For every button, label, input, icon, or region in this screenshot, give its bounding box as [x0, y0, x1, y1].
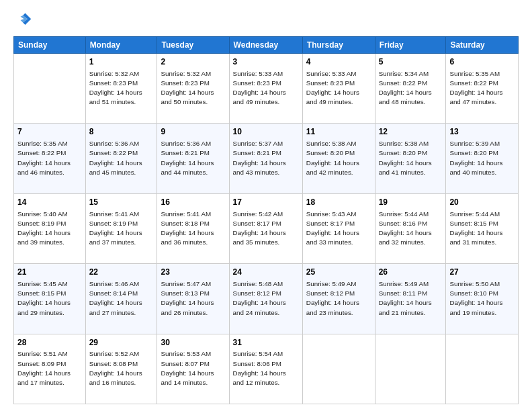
day-number: 1 [89, 56, 154, 68]
day-number: 7 [17, 126, 82, 138]
day-info: Sunrise: 5:36 AMSunset: 8:21 PMDaylight:… [161, 139, 225, 177]
day-number: 17 [233, 197, 299, 208]
day-info-line: Sunset: 8:23 PM [89, 79, 138, 87]
day-info: Sunrise: 5:32 AMSunset: 8:23 PMDaylight:… [89, 69, 154, 107]
day-info: Sunrise: 5:39 AMSunset: 8:20 PMDaylight:… [449, 139, 515, 177]
day-number: 26 [379, 267, 443, 278]
day-info-line: and 39 minutes. [17, 238, 64, 246]
calendar-cell: 30Sunrise: 5:53 AMSunset: 8:07 PMDayligh… [157, 334, 229, 404]
week-row-5: 28Sunrise: 5:51 AMSunset: 8:09 PMDayligh… [14, 334, 519, 404]
day-info-line: and 24 minutes. [233, 309, 280, 316]
day-info: Sunrise: 5:44 AMSunset: 8:15 PMDaylight:… [449, 210, 515, 248]
day-info-line: Sunset: 8:21 PM [161, 149, 209, 156]
calendar-cell: 1Sunrise: 5:32 AMSunset: 8:23 PMDaylight… [85, 54, 157, 124]
day-info: Sunrise: 5:48 AMSunset: 8:12 PMDaylight:… [233, 279, 299, 318]
calendar-cell: 3Sunrise: 5:33 AMSunset: 8:23 PMDaylight… [229, 54, 302, 124]
day-info-line: Sunrise: 5:32 AM [161, 70, 211, 77]
day-number: 24 [233, 267, 299, 278]
day-info-line: Sunset: 8:23 PM [161, 79, 209, 87]
day-info-line: Sunrise: 5:54 AM [233, 350, 283, 357]
day-info: Sunrise: 5:37 AMSunset: 8:21 PMDaylight:… [233, 139, 299, 177]
day-info-line: Sunset: 8:17 PM [233, 220, 281, 227]
day-info-line: Sunset: 8:18 PM [161, 220, 209, 227]
day-info-line: and 26 minutes. [161, 309, 208, 316]
day-info-line: Sunset: 8:20 PM [306, 149, 355, 156]
day-number: 29 [89, 337, 154, 349]
day-info-line: Daylight: 14 hours [233, 229, 286, 236]
day-info-line: Sunset: 8:08 PM [89, 360, 138, 367]
calendar-cell: 23Sunrise: 5:47 AMSunset: 8:13 PMDayligh… [157, 264, 229, 334]
day-info: Sunrise: 5:53 AMSunset: 8:07 PMDaylight:… [161, 349, 225, 387]
day-info-line: and 21 minutes. [379, 309, 426, 316]
day-info: Sunrise: 5:45 AMSunset: 8:15 PMDaylight:… [17, 279, 82, 318]
day-info-line: Sunset: 8:21 PM [233, 149, 281, 156]
day-info-line: Sunrise: 5:37 AM [233, 140, 283, 147]
day-info-line: and 19 minutes. [449, 309, 496, 316]
day-info-line: Daylight: 14 hours [161, 159, 214, 167]
day-info-line: Sunrise: 5:44 AM [449, 210, 500, 218]
day-number: 5 [379, 56, 443, 68]
day-info-line: Sunset: 8:19 PM [89, 220, 138, 227]
day-number: 22 [89, 267, 154, 278]
day-info-line: and 42 minutes. [306, 169, 353, 176]
weekday-header-sunday: Sunday [14, 37, 86, 54]
day-number: 4 [306, 56, 371, 68]
weekday-header-friday: Friday [375, 37, 446, 54]
day-info-line: and 48 minutes. [379, 98, 426, 105]
day-info-line: Sunrise: 5:38 AM [306, 140, 357, 147]
calendar-cell: 18Sunrise: 5:43 AMSunset: 8:17 PMDayligh… [302, 193, 375, 263]
day-info-line: Sunset: 8:06 PM [233, 360, 281, 367]
day-info-line: Sunrise: 5:46 AM [89, 280, 140, 287]
day-info: Sunrise: 5:51 AMSunset: 8:09 PMDaylight:… [17, 349, 82, 387]
day-info-line: and 49 minutes. [233, 98, 280, 105]
day-info-line: Sunset: 8:12 PM [306, 289, 355, 297]
day-info-line: Sunset: 8:17 PM [306, 220, 355, 227]
day-info-line: and 14 minutes. [161, 379, 208, 386]
day-info-line: Daylight: 14 hours [161, 369, 214, 377]
calendar-cell [446, 334, 519, 404]
logo [13, 11, 35, 30]
day-info-line: Daylight: 14 hours [379, 229, 432, 236]
calendar-cell: 5Sunrise: 5:34 AMSunset: 8:22 PMDaylight… [375, 54, 446, 124]
weekday-header-row: SundayMondayTuesdayWednesdayThursdayFrid… [14, 37, 519, 54]
day-info-line: and 40 minutes. [449, 169, 496, 176]
day-info-line: Daylight: 14 hours [233, 369, 286, 377]
day-info: Sunrise: 5:47 AMSunset: 8:13 PMDaylight:… [161, 279, 225, 318]
page: SundayMondayTuesdayWednesdayThursdayFrid… [0, 0, 532, 411]
day-info-line: and 45 minutes. [89, 169, 136, 176]
day-info-line: Daylight: 14 hours [306, 159, 359, 167]
day-info-line: Sunrise: 5:50 AM [449, 280, 500, 287]
day-info-line: Daylight: 14 hours [17, 369, 71, 377]
day-info-line: Sunrise: 5:49 AM [379, 280, 429, 287]
day-info-line: Sunrise: 5:45 AM [17, 280, 68, 287]
calendar-cell: 13Sunrise: 5:39 AMSunset: 8:20 PMDayligh… [446, 124, 519, 193]
day-info-line: Sunset: 8:07 PM [161, 360, 209, 367]
day-number: 21 [17, 267, 82, 278]
calendar-cell: 15Sunrise: 5:41 AMSunset: 8:19 PMDayligh… [85, 193, 157, 263]
day-info-line: Sunrise: 5:35 AM [17, 140, 68, 147]
calendar-cell: 21Sunrise: 5:45 AMSunset: 8:15 PMDayligh… [14, 264, 86, 334]
calendar-table: SundayMondayTuesdayWednesdayThursdayFrid… [13, 36, 519, 404]
day-info-line: Sunrise: 5:34 AM [379, 70, 429, 77]
day-info-line: Sunset: 8:22 PM [449, 79, 498, 87]
day-info: Sunrise: 5:35 AMSunset: 8:22 PMDaylight:… [449, 69, 515, 107]
day-info-line: Daylight: 14 hours [17, 159, 71, 167]
calendar-cell: 22Sunrise: 5:46 AMSunset: 8:14 PMDayligh… [85, 264, 157, 334]
calendar-cell: 10Sunrise: 5:37 AMSunset: 8:21 PMDayligh… [229, 124, 302, 193]
day-info-line: Sunrise: 5:36 AM [89, 140, 140, 147]
day-info-line: Daylight: 14 hours [89, 369, 142, 377]
day-number: 23 [161, 267, 225, 278]
day-number: 12 [379, 126, 443, 138]
calendar-cell: 12Sunrise: 5:38 AMSunset: 8:20 PMDayligh… [375, 124, 446, 193]
day-info-line: and 33 minutes. [306, 238, 353, 246]
day-info-line: Sunset: 8:12 PM [233, 289, 281, 297]
day-info-line: Sunset: 8:22 PM [89, 149, 138, 156]
day-info-line: and 36 minutes. [161, 238, 208, 246]
day-info: Sunrise: 5:50 AMSunset: 8:10 PMDaylight:… [449, 279, 515, 318]
day-info-line: and 12 minutes. [233, 379, 280, 386]
day-number: 25 [306, 267, 371, 278]
day-number: 20 [449, 197, 515, 208]
day-info: Sunrise: 5:35 AMSunset: 8:22 PMDaylight:… [17, 139, 82, 177]
day-info-line: Daylight: 14 hours [89, 299, 142, 306]
day-info-line: Daylight: 14 hours [306, 229, 359, 236]
